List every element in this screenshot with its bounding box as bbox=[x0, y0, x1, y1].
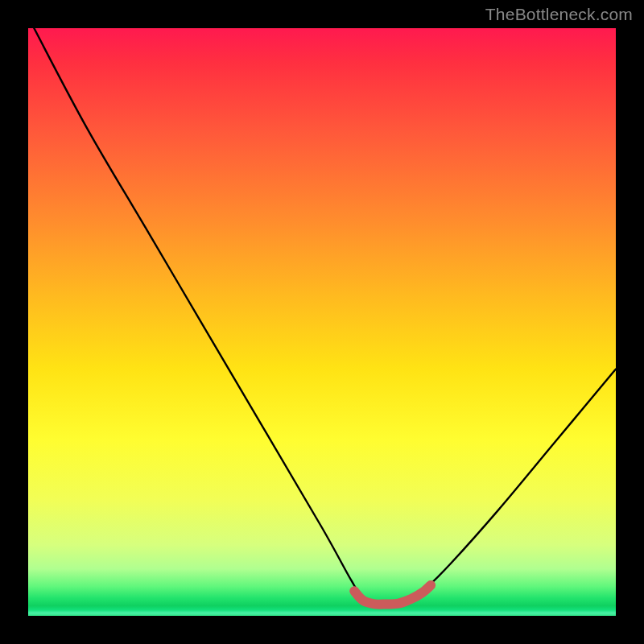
sweet-spot-path bbox=[354, 585, 431, 605]
bottleneck-curve-path bbox=[34, 28, 616, 605]
plot-area bbox=[28, 28, 616, 616]
chart-frame: TheBottleneck.com bbox=[0, 0, 644, 644]
chart-svg bbox=[28, 28, 616, 616]
watermark-text: TheBottleneck.com bbox=[485, 5, 633, 24]
